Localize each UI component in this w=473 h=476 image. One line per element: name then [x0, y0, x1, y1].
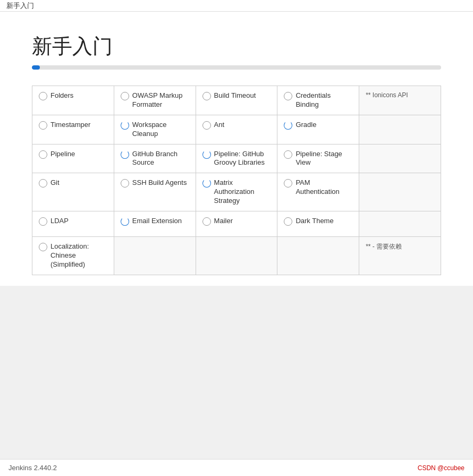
plugin-icon-pam	[284, 179, 292, 188]
progress-bar-fill	[32, 65, 40, 70]
plugin-cell-empty-r6c2	[114, 237, 196, 275]
plugin-name-gradle: Gradle	[295, 121, 316, 130]
plugin-icon-pipeline-stage	[284, 150, 292, 159]
note-dependency: ** - 需要依赖	[366, 242, 402, 251]
plugin-icon-ssh	[121, 179, 129, 188]
plugin-cell-empty-r3c5	[359, 144, 441, 174]
plugin-cell-email[interactable]: Email Extension	[114, 211, 196, 237]
plugin-icon-matrix-auth	[202, 179, 211, 188]
plugin-name-git: Git	[50, 178, 60, 188]
plugin-cell-empty-r6c4	[277, 237, 359, 275]
plugin-name-pipeline-stage: Pipeline: Stage View	[295, 150, 352, 168]
plugin-cell-build-timeout[interactable]: Build Timeout	[196, 86, 278, 115]
plugin-cell-pam[interactable]: PAM Authentication	[277, 173, 359, 211]
plugin-cell-localization[interactable]: Localization: Chinese (Simplified)	[32, 237, 114, 275]
plugin-icon-dark-theme	[284, 217, 292, 226]
plugin-icon-ldap	[39, 217, 47, 226]
plugin-cell-timestamper[interactable]: Timestamper	[32, 115, 114, 144]
footer: Jenkins 2.440.2 CSDN @ccubee	[0, 459, 473, 476]
plugin-icon-pipeline-github	[202, 150, 211, 159]
plugin-name-ant: Ant	[214, 121, 225, 130]
footer-attribution: CSDN @ccubee	[418, 464, 464, 472]
plugin-icon-localization	[39, 243, 47, 251]
plugin-name-matrix-auth: Matrix Authorization Strategy	[214, 178, 271, 206]
main-content: 新手入门 Folders OWASP Markup Formatter Buil…	[0, 12, 473, 286]
plugin-name-pipeline-github: Pipeline: GitHub Groovy Libraries	[214, 150, 271, 168]
plugin-icon-workspace	[121, 121, 129, 130]
plugin-cell-credentials[interactable]: Credentials Binding	[277, 86, 359, 115]
plugin-name-mailer: Mailer	[214, 217, 233, 226]
plugin-cell-matrix-auth[interactable]: Matrix Authorization Strategy	[196, 173, 278, 211]
plugin-cell-ldap[interactable]: LDAP	[32, 211, 114, 237]
plugin-cell-git[interactable]: Git	[32, 173, 114, 211]
plugin-name-dark-theme: Dark Theme	[295, 217, 333, 226]
plugin-icon-ant	[202, 121, 211, 130]
plugin-cell-empty-r5c5	[359, 211, 441, 237]
plugin-name-build-timeout: Build Timeout	[214, 91, 256, 100]
plugin-name-credentials: Credentials Binding	[295, 91, 352, 109]
plugin-cell-empty-r6c3	[196, 237, 278, 275]
plugin-name-timestamper: Timestamper	[50, 121, 90, 130]
plugin-name-folders: Folders	[50, 91, 73, 100]
breadcrumb-bar: 新手入门	[0, 0, 473, 12]
plugin-icon-timestamper	[39, 121, 47, 130]
plugin-name-pam: PAM Authentication	[295, 178, 352, 197]
plugin-cell-github-branch[interactable]: GitHub Branch Source	[114, 144, 196, 174]
page-title: 新手入门	[32, 33, 441, 60]
plugin-name-ssh: SSH Build Agents	[132, 178, 187, 188]
plugin-cell-empty-r2c5	[359, 115, 441, 144]
plugin-icon-git	[39, 179, 47, 188]
plugin-icon-folders	[39, 92, 47, 100]
plugin-cell-pipeline[interactable]: Pipeline	[32, 144, 114, 174]
breadcrumb-text[interactable]: 新手入门	[6, 1, 34, 11]
plugins-grid: Folders OWASP Markup Formatter Build Tim…	[32, 86, 441, 275]
plugin-name-workspace: Workspace Cleanup	[132, 121, 189, 139]
plugin-cell-owasp[interactable]: OWASP Markup Formatter	[114, 86, 196, 115]
plugin-cell-pipeline-github[interactable]: Pipeline: GitHub Groovy Libraries	[196, 144, 278, 174]
plugin-cell-ant[interactable]: Ant	[196, 115, 278, 144]
plugin-name-localization: Localization: Chinese (Simplified)	[50, 242, 107, 269]
plugin-cell-folders[interactable]: Folders	[32, 86, 114, 115]
plugin-cell-ssh[interactable]: SSH Build Agents	[114, 173, 196, 211]
plugin-name-email: Email Extension	[132, 217, 182, 226]
plugin-icon-owasp	[121, 92, 129, 100]
plugin-cell-bottom-note: ** - 需要依赖	[359, 237, 441, 275]
plugin-icon-github-branch	[121, 150, 129, 159]
plugin-cell-workspace[interactable]: Workspace Cleanup	[114, 115, 196, 144]
plugin-icon-mailer	[202, 217, 211, 226]
note-ionicons: ** Ionicons API	[366, 91, 408, 99]
plugin-cell-gradle[interactable]: Gradle	[277, 115, 359, 144]
plugin-cell-ionicons: ** Ionicons API	[359, 86, 441, 115]
plugin-name-ldap: LDAP	[50, 217, 69, 226]
plugin-name-owasp: OWASP Markup Formatter	[132, 91, 189, 109]
plugin-icon-build-timeout	[202, 92, 211, 100]
plugin-cell-mailer[interactable]: Mailer	[196, 211, 278, 237]
plugin-cell-dark-theme[interactable]: Dark Theme	[277, 211, 359, 237]
plugin-cell-pipeline-stage[interactable]: Pipeline: Stage View	[277, 144, 359, 174]
plugin-cell-empty-r4c5	[359, 173, 441, 211]
jenkins-version: Jenkins 2.440.2	[9, 464, 57, 472]
plugin-name-github-branch: GitHub Branch Source	[132, 150, 189, 168]
plugin-name-pipeline: Pipeline	[50, 150, 75, 159]
plugin-icon-email	[121, 217, 129, 226]
plugin-icon-gradle	[284, 121, 292, 130]
plugin-icon-credentials	[284, 92, 292, 100]
plugin-icon-pipeline	[39, 150, 47, 159]
progress-bar-container	[32, 65, 441, 70]
